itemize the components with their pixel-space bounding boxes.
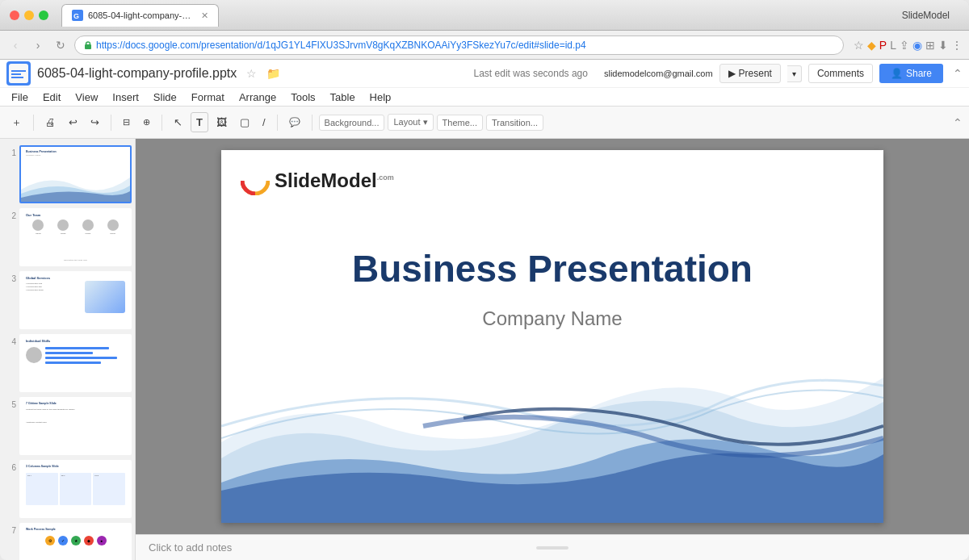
menu-table[interactable]: Table [324, 90, 362, 105]
menu-arrange[interactable]: Arrange [233, 90, 283, 105]
comment-tool[interactable]: 💬 [284, 114, 305, 131]
tab-close-icon[interactable]: ✕ [201, 10, 208, 21]
slide-thumbnail-6[interactable]: 3 Columns Sample Slide Col 1 Col 2 Col 3 [19, 460, 132, 518]
menu-format[interactable]: Format [185, 90, 231, 105]
menu-tools[interactable]: Tools [284, 90, 321, 105]
slide-item-7[interactable]: 7 Work Process Sample ⚙ ✓ ★ ◆ ● Process … [3, 523, 132, 560]
thumb3-title: Global Services [26, 276, 50, 280]
slide-item-2[interactable]: 2 Our Team Name Name [3, 208, 132, 266]
star-icon[interactable]: ☆ [246, 67, 257, 80]
slide-thumbnail-1[interactable]: Business Presentation Company Name [19, 145, 132, 203]
tab-title: 6085-04-light-company-pr... [88, 10, 193, 20]
slide-notes-bar[interactable]: Click to add notes [136, 534, 969, 560]
thumb1-wave [21, 165, 130, 202]
zoom-in-button[interactable]: ⊕ [138, 114, 155, 131]
add-button[interactable]: ＋ [6, 112, 27, 133]
download-icon[interactable]: ⬇ [938, 39, 948, 52]
layout-button[interactable]: Layout ▾ [388, 114, 433, 131]
collapse-icon[interactable]: ⌃ [953, 116, 963, 129]
collapse-toolbar-icon[interactable]: ⌃ [953, 67, 963, 80]
browser-tab[interactable]: G 6085-04-light-company-pr... ✕ [61, 4, 219, 27]
extension-icon2[interactable]: P [879, 39, 887, 52]
menu-slide[interactable]: Slide [147, 90, 183, 105]
print-button[interactable]: 🖨 [40, 113, 61, 132]
url-input[interactable]: https://docs.google.com/presentation/d/1… [74, 36, 844, 55]
undo-button[interactable]: ↩ [64, 113, 82, 132]
slide-number-5: 5 [3, 400, 16, 409]
back-button[interactable]: ‹ [6, 39, 24, 52]
zoom-out-button[interactable]: ⊟ [118, 114, 135, 131]
menu-edit[interactable]: Edit [36, 90, 67, 105]
image-tool[interactable]: 🖼 [212, 113, 232, 132]
slide-item-4[interactable]: 4 Individual Skills [3, 334, 132, 392]
logo-icon [241, 166, 270, 195]
bookmark-icon[interactable]: ☆ [854, 39, 864, 52]
slide-thumbnail-2[interactable]: Our Team Name Name [19, 208, 132, 266]
menu-help[interactable]: Help [363, 90, 398, 105]
reload-button[interactable]: ↻ [52, 39, 69, 52]
text-tool[interactable]: T [191, 112, 208, 132]
logo-com: .com [377, 173, 394, 182]
extension-icon5[interactable]: ◉ [912, 39, 922, 52]
slide-item-5[interactable]: 5 7 Gittime Sample Slide Content text go… [3, 397, 132, 455]
slide-item-1[interactable]: 1 Business Presentation Company Name [3, 145, 132, 203]
menu-file[interactable]: File [5, 90, 35, 105]
slide-thumbnail-5[interactable]: 7 Gittime Sample Slide Content text goes… [19, 397, 132, 455]
slide-7-content: Work Process Sample ⚙ ✓ ★ ◆ ● Process de… [21, 524, 130, 560]
browser-app-label: SlideModel [902, 10, 950, 21]
slide-4-content: Individual Skills [21, 336, 130, 391]
theme-button[interactable]: Theme... [437, 115, 483, 131]
notes-placeholder[interactable]: Click to add notes [149, 541, 232, 554]
svg-rect-6 [11, 73, 21, 75]
redo-button[interactable]: ↪ [86, 113, 104, 132]
slide-1-content: Business Presentation Company Name [21, 147, 130, 202]
present-play-icon: ▶ [728, 68, 736, 79]
minimize-button[interactable] [24, 10, 34, 20]
toolbar-separator-2 [111, 115, 111, 131]
extension-icon4[interactable]: ⇪ [900, 39, 909, 52]
menu-insert[interactable]: Insert [106, 90, 145, 105]
thumb4-avatar [26, 347, 42, 363]
tab-favicon: G [72, 10, 83, 21]
menu-icon[interactable]: ⋮ [951, 39, 963, 52]
slide-number-6: 6 [3, 463, 16, 472]
slide-3-content: Global Services • Service item one• Serv… [21, 273, 130, 328]
slide-2-content: Our Team Name Name [21, 210, 130, 265]
app-logo [6, 61, 31, 86]
transition-button[interactable]: Transition... [486, 115, 543, 131]
slide-item-3[interactable]: 3 Global Services • Service item one• Se… [3, 271, 132, 329]
present-button[interactable]: ▶ Present [719, 64, 781, 83]
slide-item-6[interactable]: 6 3 Columns Sample Slide Col 1 Col 2 Col… [3, 460, 132, 518]
comments-button[interactable]: Comments [808, 64, 873, 83]
slides-panel: 1 Business Presentation Company Name [0, 139, 136, 560]
extension-icon1[interactable]: ◆ [867, 39, 876, 52]
toolbar-separator-4 [277, 115, 278, 131]
select-tool[interactable]: ↖ [169, 113, 187, 132]
background-button[interactable]: Background... [319, 115, 385, 131]
menu-view[interactable]: View [69, 90, 104, 105]
folder-icon[interactable]: 📁 [266, 67, 280, 80]
thumb5-title: 7 Gittime Sample Slide [26, 402, 57, 405]
share-button[interactable]: 👤 Share [879, 64, 943, 83]
present-dropdown-button[interactable]: ▾ [787, 65, 802, 82]
close-button[interactable] [10, 10, 19, 20]
forward-button[interactable]: › [29, 39, 47, 52]
tab-bar: G 6085-04-light-company-pr... ✕ [61, 4, 896, 27]
toolbar-separator-5 [312, 115, 313, 131]
extension-icon3[interactable]: L [890, 39, 896, 52]
url-text: https://docs.google.com/presentation/d/1… [96, 40, 586, 51]
slide-thumbnail-7[interactable]: Work Process Sample ⚙ ✓ ★ ◆ ● Process de… [19, 523, 132, 560]
thumb7-icons: ⚙ ✓ ★ ◆ ● [21, 536, 130, 545]
url-actions: ☆ ◆ P L ⇪ ◉ ⊞ ⬇ ⋮ [854, 39, 963, 52]
slide-number-3: 3 [3, 274, 16, 283]
slide-thumbnail-3[interactable]: Global Services • Service item one• Serv… [19, 271, 132, 329]
slide-canvas-area[interactable]: SlideModel.com Business Presentation Com… [136, 139, 969, 534]
toolbar: ＋ 🖨 ↩ ↪ ⊟ ⊕ ↖ T 🖼 ▢ / 💬 Background... La… [0, 107, 969, 139]
slide-thumbnail-4[interactable]: Individual Skills [19, 334, 132, 392]
maximize-button[interactable] [39, 10, 48, 20]
header-actions: slidemodelcom@gmail.com ▶ Present ▾ Comm… [604, 64, 963, 83]
extension-icon6[interactable]: ⊞ [925, 39, 935, 52]
shapes-tool[interactable]: ▢ [235, 113, 254, 132]
user-email[interactable]: slidemodelcom@gmail.com [604, 69, 713, 78]
line-tool[interactable]: / [258, 113, 271, 132]
